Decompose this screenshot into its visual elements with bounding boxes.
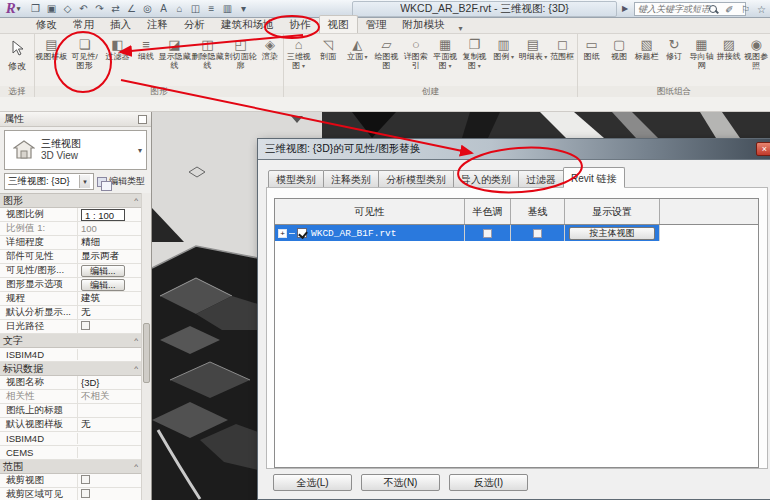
infocenter-flyout-icon[interactable]: ▶ (622, 4, 628, 13)
section-text[interactable]: 文字^ (0, 334, 142, 348)
sync-with-central-icon[interactable]: ◇ (60, 1, 75, 16)
section-graphics[interactable]: 图形^ (0, 194, 142, 208)
underlay-checkbox[interactable] (533, 229, 542, 238)
ribbon-tab-view[interactable]: 视图 (319, 15, 358, 33)
dialog-titlebar[interactable]: 三维视图: {3D}的可见性/图形替换 (258, 139, 770, 160)
visibility-graphics-edit-button[interactable]: 编辑... (81, 265, 125, 277)
property-row[interactable]: CEMS (0, 446, 142, 460)
halftone-checkbox[interactable] (483, 229, 492, 238)
text-icon[interactable]: A (156, 1, 171, 16)
elevation-button[interactable]: ◭ 立面 (343, 35, 372, 85)
save-icon[interactable]: ▣ (44, 1, 59, 16)
section-identity-data[interactable]: 标识数据^ (0, 362, 142, 376)
expand-icon[interactable]: + (278, 229, 287, 238)
legends-button[interactable]: ▥ 图例 (489, 35, 518, 85)
property-row[interactable]: 默认视图样板无 (0, 418, 142, 432)
link-visibility-checkbox[interactable] (297, 228, 307, 238)
property-row[interactable]: 部件可见性显示两者 (0, 250, 142, 264)
property-row[interactable]: 图形显示选项编辑... (0, 278, 142, 292)
view-selector-dropdown[interactable]: 三维视图: {3D} ▾ (4, 173, 94, 190)
render-button[interactable]: ◈ 渲染 (257, 35, 283, 85)
schedules-button[interactable]: ▤ 明细表 (518, 35, 547, 85)
section-icon[interactable]: ◫ (188, 1, 203, 16)
tab-model-categories[interactable]: 模型类别 (268, 170, 324, 188)
search-icon[interactable] (707, 3, 720, 16)
ribbon-tab-collaborate[interactable]: 协作 (282, 16, 319, 33)
guide-grid-button[interactable]: ▦ 导向轴网 (688, 35, 715, 85)
edit-type-button[interactable]: 编辑类型 (97, 175, 147, 188)
property-row[interactable]: 图纸上的标题 (0, 404, 142, 418)
link-row[interactable]: + WKCD_AR_B1F.rvt 按主体视图 (275, 225, 758, 241)
invert-selection-button[interactable]: 反选(I) (449, 474, 528, 491)
filters-button[interactable]: ◧ 过滤器 (101, 35, 134, 85)
remove-hidden-lines-button[interactable]: ◫ 删除隐藏线 (191, 35, 224, 85)
dialog-close-button[interactable]: × (756, 142, 770, 156)
3d-view-button[interactable]: ⌂ 三维视图 (284, 35, 313, 85)
property-row[interactable]: 裁剪区域可见 (0, 488, 142, 500)
properties-scrollbar[interactable] (141, 193, 151, 500)
select-all-button[interactable]: 全选(L) (273, 474, 352, 491)
section-button[interactable]: ◹ 剖面 (313, 35, 342, 85)
ribbon-display-toggle-icon[interactable]: ▾ (453, 24, 469, 33)
type-selector-caret-icon[interactable]: ▾ (138, 146, 142, 155)
property-row[interactable]: ISBIM4D (0, 348, 142, 362)
measure-icon[interactable]: ⇄ (108, 1, 123, 16)
graphic-display-options-edit-button[interactable]: 编辑... (81, 279, 125, 291)
tab-analytical-model-categories[interactable]: 分析模型类别 (379, 170, 454, 188)
plan-views-button[interactable]: ▦ 平面视图 (430, 35, 459, 85)
crop-region-visible-checkbox[interactable] (81, 489, 90, 498)
property-row[interactable]: 可见性/图形...编辑... (0, 264, 142, 278)
section-extents[interactable]: 范围^ (0, 460, 142, 474)
tab-revit-links[interactable]: Revit 链接 (563, 167, 625, 188)
duplicate-view-button[interactable]: ❐ 复制视图 (460, 35, 489, 85)
visibility-graphics-button[interactable]: ❏ 可见性/图形 (68, 35, 101, 85)
ribbon-tab-addins[interactable]: 附加模块 (395, 16, 453, 33)
ribbon-tab-architecture-site[interactable]: 建筑和场地 (213, 16, 282, 33)
title-block-button[interactable]: ▧ 标题栏 (633, 35, 660, 85)
revisions-button[interactable]: ↻ 修订 (660, 35, 687, 85)
tab-annotation-categories[interactable]: 注释类别 (324, 170, 379, 188)
ribbon-tab-insert[interactable]: 插入 (102, 16, 139, 33)
property-row[interactable]: 日光路径 (0, 320, 142, 334)
drafting-view-button[interactable]: ▱ 绘图视图 (372, 35, 401, 85)
select-none-button[interactable]: 不选(N) (361, 474, 440, 491)
ribbon-tab-annotate[interactable]: 注释 (139, 16, 176, 33)
callout-button[interactable]: ○ 详图索引 (401, 35, 430, 85)
show-hidden-lines-button[interactable]: ◪ 显示隐藏线 (158, 35, 191, 85)
switch-windows-icon[interactable]: ▥ (220, 1, 235, 16)
ribbon-tab-analyze[interactable]: 分析 (176, 16, 213, 33)
property-row[interactable]: 规程建筑 (0, 292, 142, 306)
scrollbar-thumb[interactable] (143, 323, 150, 383)
thin-lines-button[interactable]: ≡ 细线 (134, 35, 158, 85)
open-icon[interactable]: ❐ (28, 1, 43, 16)
type-selector[interactable]: 三维视图 3D View ▾ (4, 130, 147, 170)
modify-button[interactable]: 修改 (2, 37, 32, 71)
matchline-button[interactable]: ▨ 拼接线 (715, 35, 742, 85)
property-row[interactable]: ISBIM4D (0, 432, 142, 446)
scope-box-button[interactable]: ◻ 范围框 (548, 35, 577, 85)
tag-by-category-icon[interactable]: ◎ (140, 1, 155, 16)
property-row[interactable]: 比例值 1:100 (0, 222, 142, 236)
ribbon-tab-manage[interactable]: 管理 (358, 16, 395, 33)
thin-lines-icon[interactable]: ≡ (204, 1, 219, 16)
palette-options-icon[interactable] (138, 115, 147, 124)
property-row[interactable]: 视图名称{3D} (0, 376, 142, 390)
redo-icon[interactable]: ↷ (92, 1, 107, 16)
sign-in-icon[interactable]: ✐ (723, 3, 736, 16)
view-reference-button[interactable]: ◉ 视图参照 (743, 35, 770, 85)
tab-imported-categories[interactable]: 导入的类别 (454, 170, 519, 188)
crop-view-checkbox[interactable] (81, 475, 90, 484)
undo-icon[interactable]: ↶ (76, 1, 91, 16)
tab-filters[interactable]: 过滤器 (519, 170, 564, 188)
sheet-button[interactable]: ▭ 图纸 (578, 35, 605, 85)
aligned-dimension-icon[interactable]: ∠ (124, 1, 139, 16)
property-row[interactable]: 视图比例1 : 100 (0, 208, 142, 222)
application-menu-button[interactable]: R ▾ (0, 0, 26, 18)
favorites-icon[interactable]: ☆ (755, 3, 768, 16)
default-3d-view-icon[interactable]: ⌂ (172, 1, 187, 16)
customize-qat-icon[interactable]: ▾ (236, 1, 251, 16)
cut-profile-button[interactable]: ◰ 剖切面轮廓 (224, 35, 257, 85)
property-row[interactable]: 详细程度精细 (0, 236, 142, 250)
property-row[interactable]: 相关性不相关 (0, 390, 142, 404)
view-templates-button[interactable]: ▤ 视图样板 (35, 35, 68, 85)
